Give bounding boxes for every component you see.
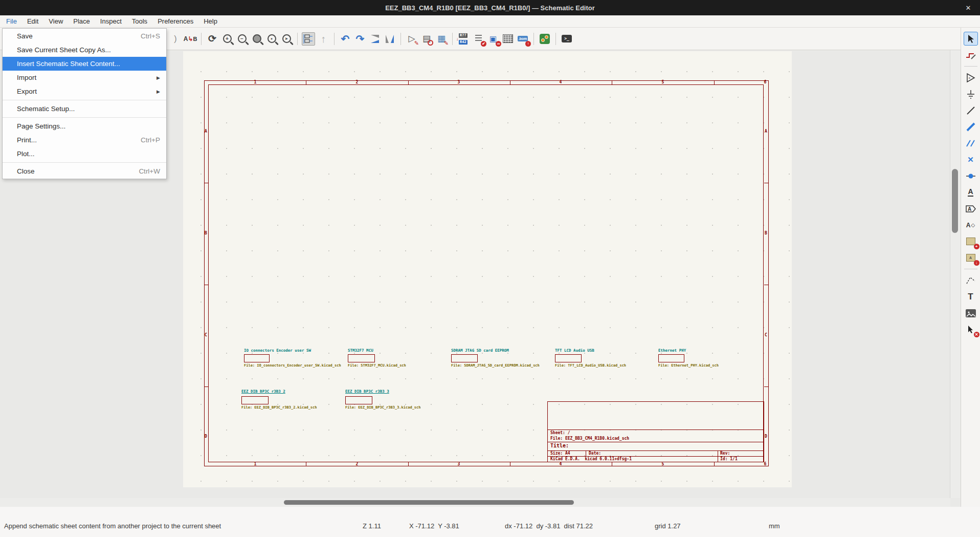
leave-sheet-icon[interactable]: ↑ [317,32,330,46]
annotate-icon[interactable]: R??R42↓ [457,32,470,46]
vertical-scrollbar-thumb[interactable] [952,169,958,233]
delete-tool-icon[interactable]: ✕ [964,323,978,336]
sheet-outline[interactable] [345,396,372,404]
frame-column-label: 3 [458,80,460,84]
draw-lines-icon[interactable] [964,273,978,287]
frame-column-label: 1 [254,80,257,84]
schematic-page[interactable]: 1 12 23 34 45 56 6A AB BC CD D Sheet: / … [183,51,792,487]
frame-column-label: 5 [662,80,664,84]
sheet-name: EEZ_DIB_BP3C_r3B3_2 [241,389,285,394]
net-label-icon[interactable]: A [964,185,978,199]
pcb-editor-icon[interactable] [538,32,551,46]
frame-column-label: 5 [662,462,664,466]
add-bus-icon[interactable] [964,120,978,134]
sheet-outline[interactable] [241,396,269,404]
frame-row-label: A [765,130,767,134]
menu-edit[interactable]: Edit [22,15,43,28]
sheet-outline[interactable] [348,354,375,362]
menu-help[interactable]: Help [198,15,222,28]
frame-column-label: 3 [458,462,460,466]
footprint-assign-icon[interactable]: >_ [560,32,573,46]
zoom-in-icon[interactable]: + [220,32,234,46]
wire-to-bus-icon[interactable] [964,136,978,150]
frame-column-label: 6 [764,80,767,84]
global-label-icon[interactable]: A [964,202,978,216]
sheet-filename: File: Ethernet_PHY.kicad_sch [658,363,719,368]
menu-place[interactable]: Place [68,15,95,28]
mirror-vertical-icon[interactable] [368,32,382,46]
zoom-out-icon[interactable]: − [235,32,249,46]
rotate-ccw-icon[interactable]: ↶ [339,32,352,46]
menu-inspect[interactable]: Inspect [95,15,127,28]
clipped-find-icon[interactable]: ) [169,32,182,46]
titleblock-rev: Rev: [720,450,730,457]
sheet-filename: File: EEZ_DIB_BP3C_r3B3_3.kicad_sch [345,405,421,410]
menu-view[interactable]: View [43,15,68,28]
hierarchical-label-icon[interactable]: A◇ [964,218,978,232]
sheet-name: IO connectors Encoder user SW [244,348,311,353]
erc-icon[interactable]: ✔ [472,32,485,46]
add-symbol-icon[interactable]: + [964,71,978,84]
sheet-filename: File: SDRAM_JTAG_SD_card_EEPROM.kicad_sc… [451,363,540,368]
menu-item-9[interactable]: Print...Ctrl+P [3,133,166,147]
mirror-horizontal-icon[interactable] [383,32,396,46]
menu-item-4[interactable]: Export▶ [3,84,166,98]
menu-item-12[interactable]: CloseCtrl+W [3,164,166,178]
add-junction-icon[interactable] [964,169,978,183]
status-bar: Append schematic sheet content from anot… [0,507,980,537]
menu-item-8[interactable]: Page Settings... [3,119,166,133]
status-delta: dx -71.12 dy -3.81 dist 71.22 [505,522,593,530]
menu-item-10[interactable]: Plot... [3,147,166,161]
sheet-outline[interactable] [555,354,582,362]
titleblock-date: Date: [589,451,601,456]
zoom-fit-icon[interactable] [250,32,263,46]
vertical-scrollbar[interactable] [950,50,960,498]
menu-item-2[interactable]: Insert Schematic Sheet Content... [3,57,166,71]
menu-tools[interactable]: Tools [127,15,152,28]
horizontal-scrollbar-thumb[interactable] [284,500,574,505]
menu-item-3[interactable]: Import▶ [3,71,166,84]
bom-icon[interactable]: .bom↑ [516,32,529,46]
sheet-name: SDRAM JTAG SD card EEPROM [451,348,509,353]
library-browser-icon[interactable]: ▤ [420,32,433,46]
sheet-outline[interactable] [658,354,684,362]
menu-separator [3,161,166,164]
add-power-icon[interactable] [964,87,978,101]
find-replace-icon[interactable]: A↳B [184,32,197,46]
sheet-outline[interactable] [451,354,478,362]
menu-separator [3,116,166,119]
add-sheet-icon[interactable]: + [964,234,978,248]
svg-text:+: + [968,76,971,80]
import-sheet-pin-icon[interactable]: A↓ [964,251,978,265]
refresh-icon[interactable]: ⟳ [206,32,219,46]
hierarchy-navigator-icon[interactable] [302,32,315,46]
symbol-editor-icon[interactable]: ▷✎ [405,32,418,46]
symbol-fields-table-icon[interactable] [501,32,515,46]
menu-shortcut: Ctrl+W [139,167,160,175]
rotate-cw-icon[interactable]: ↷ [353,32,367,46]
toolbar-separator [201,33,202,45]
menu-preferences[interactable]: Preferences [152,15,198,28]
sheet-name: Ethernet PHY [658,348,686,353]
sheet-outline[interactable] [244,354,270,362]
menu-item-0[interactable]: SaveCtrl+S [3,29,166,43]
no-connect-icon[interactable]: ✕ [964,153,978,166]
sheet-filename: File: STM32F7_MCU.kicad_sch [348,363,406,368]
select-tool-icon[interactable] [964,32,978,46]
menu-shortcut: Ctrl+P [141,136,160,144]
highlight-net-icon[interactable] [964,48,978,62]
menu-item-6[interactable]: Schematic Setup... [3,102,166,116]
symbol-library-links-icon[interactable]: ▣∞ [486,32,500,46]
add-image-icon[interactable] [964,306,978,320]
zoom-objects-icon[interactable]: ▪ [265,32,278,46]
menu-file[interactable]: File [1,15,22,28]
zoom-selection-icon[interactable]: ➤ [280,32,293,46]
right-toolbar: +✕AAA◇+A↓T✕ [961,28,980,507]
close-icon[interactable]: ✕ [962,0,975,15]
add-text-icon[interactable]: T [964,290,978,304]
add-wire-icon[interactable] [964,103,978,117]
footprint-editor-icon[interactable]: ▦✎ [435,32,448,46]
menu-item-1[interactable]: Save Current Sheet Copy As... [3,43,166,57]
horizontal-scrollbar[interactable] [0,498,950,507]
frame-row-label: C [205,333,207,337]
